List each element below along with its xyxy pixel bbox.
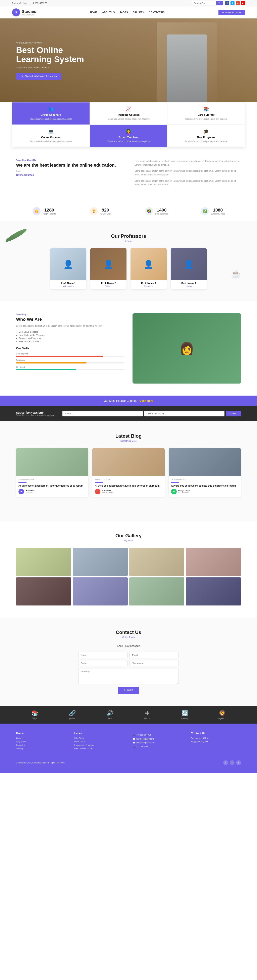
- youtube-icon[interactable]: ▶: [241, 1, 245, 5]
- contact-email-input[interactable]: [129, 652, 179, 658]
- contact-name-input[interactable]: [78, 652, 128, 658]
- courses-banner-text: Our Most Popular Courses: [104, 399, 137, 402]
- trending-courses-icon: 📈: [94, 107, 163, 112]
- hero-content: Your Education, Your Way! Best OnlineLea…: [0, 41, 100, 80]
- footer-link[interactable]: Other Links: [74, 741, 125, 743]
- who-title: Who We Are: [16, 317, 125, 322]
- hero-desc: Get Started with Online Education: [16, 66, 84, 69]
- author-avatar-3: P: [171, 489, 177, 495]
- logo: S Studies Your Study Way: [12, 8, 36, 16]
- about-courses-link[interactable]: Online Courses: [16, 173, 34, 177]
- contact-subject-input[interactable]: [78, 660, 128, 666]
- fhdfil-icon: 🔊: [91, 710, 129, 717]
- feature-group-seminars: 👥 Group Seminars Taquis acia vel orci ob…: [12, 102, 90, 125]
- logo-sub: Your Study Way: [22, 14, 36, 16]
- blog-title: Latest Blog: [16, 433, 241, 439]
- footer-link[interactable]: Why Study: [16, 741, 66, 743]
- footer-link[interactable]: About Us: [16, 737, 66, 740]
- feature-title: New Programs: [171, 136, 241, 139]
- gallery-item-4[interactable]: [186, 548, 241, 576]
- icon-tab-country[interactable]: 🔄 country: [166, 710, 204, 719]
- gallery-item-8[interactable]: [186, 578, 241, 606]
- contact-message-input[interactable]: [78, 668, 179, 684]
- nav-pages[interactable]: PAGES: [120, 11, 128, 14]
- author-avatar-2: A: [95, 489, 101, 495]
- gallery-item-2[interactable]: [73, 548, 128, 576]
- skill-bar: [16, 356, 125, 357]
- nav-gallery[interactable]: GALLERY: [133, 11, 144, 14]
- newsletter-name-input[interactable]: [62, 411, 143, 417]
- footer-copyright: Copyright © 2021 Company name All Rights…: [16, 762, 65, 764]
- hero-tagline: Your Education, Your Way!: [16, 41, 84, 44]
- skill-bar: [16, 369, 125, 370]
- footer-phone: 📞 +123 (12) 21254: [132, 734, 183, 736]
- newsletter-submit-button[interactable]: SUBMIT: [226, 411, 241, 417]
- footer-home-title: Home: [16, 732, 66, 735]
- courses-banner-link[interactable]: Click Here: [139, 399, 153, 402]
- nav-contact[interactable]: CONTACT US: [149, 11, 164, 14]
- feature-desc: Taquis acia vel orci oblique eaque rum s…: [94, 140, 163, 143]
- footer-link[interactable]: Contact Us: [16, 744, 66, 746]
- footer-link[interactable]: Why Study: [74, 737, 125, 740]
- professor-role-1: Mathematics: [50, 285, 86, 289]
- nav-about[interactable]: ABOUT US: [102, 11, 115, 14]
- author-name-1: Helen Star: [26, 490, 37, 492]
- blog-content-2: 25 November 2018 At vero eos et accusam …: [93, 476, 164, 497]
- footer-link[interactable]: Free Online Courses: [74, 748, 125, 749]
- contact-submit-button[interactable]: SUBMIT: [118, 687, 139, 694]
- skill-label: Core-to-point: [16, 353, 125, 355]
- who-text: Lorem consectetur adipisit amet sit Lore…: [16, 324, 125, 328]
- googleplus-icon[interactable]: g: [236, 1, 240, 5]
- gallery-title: Our Gallery: [16, 533, 241, 539]
- contact-number-input[interactable]: [129, 660, 179, 666]
- gallery-item-1[interactable]: [16, 548, 71, 576]
- skills-title: Our Skills: [16, 347, 125, 350]
- gallery-item-3[interactable]: [129, 548, 184, 576]
- icon-tab-goluts[interactable]: 🔗 go.luts: [54, 710, 91, 719]
- control-icon: ✚: [129, 710, 166, 717]
- twitter-icon[interactable]: t: [230, 1, 235, 5]
- new-programs-icon: 🎓: [171, 129, 241, 134]
- teachers-icon: 👩‍🏫: [145, 207, 153, 215]
- feature-online-courses: 💻 Online Courses Taquis acia vel orci ob…: [12, 125, 90, 147]
- footer-facebook-icon[interactable]: f: [223, 760, 228, 765]
- professors-section: Our Professors & Know 👤 Prof. Name 1 Mat…: [0, 221, 257, 301]
- newsletter-email-input[interactable]: [144, 411, 225, 417]
- footer-contact-title: Contact Us: [191, 732, 241, 735]
- icon-tab-500px[interactable]: 📚 500px: [16, 710, 54, 719]
- stat-kids: ✅ 1080 Successful Kids: [185, 207, 241, 215]
- logo-icon: S: [12, 8, 20, 16]
- stat-happy-parents: 😊 1280 Happy Parents: [16, 207, 72, 215]
- newsletter-desc: Subscribe to our latest News to be updat…: [16, 414, 54, 417]
- nav-cta-button[interactable]: DOWNLOAD NOW: [219, 10, 245, 15]
- gallery-item-7[interactable]: [129, 578, 184, 606]
- footer-linkedin-icon[interactable]: in: [236, 760, 241, 765]
- nav-home[interactable]: HOME: [90, 11, 97, 14]
- icon-tab-fhdfil[interactable]: 🔊 fhdfil: [91, 710, 129, 719]
- stat-num: 1080: [211, 207, 225, 213]
- footer-twitter-icon[interactable]: t: [230, 760, 235, 765]
- blog-card-2: 25 November 2018 At vero eos et accusam …: [93, 448, 164, 497]
- professor-role-2: Science: [90, 285, 126, 289]
- online-courses-icon: 💻: [16, 129, 86, 134]
- author-info-2: Aziza Mull Star Business: [102, 490, 113, 493]
- professor-card-1: 👤 Prof. Name 1 Mathematics: [50, 248, 86, 289]
- icon-tab-control[interactable]: ✚ control: [129, 710, 166, 719]
- search-input[interactable]: [192, 1, 216, 5]
- icon-tab-argenti[interactable]: 🦁 argenti...: [203, 710, 241, 719]
- search-btn[interactable]: 🔍: [216, 1, 223, 5]
- footer-link[interactable]: info@company.com: [191, 741, 241, 743]
- hero-section: Your Education, Your Way! Best OnlineLea…: [0, 18, 257, 103]
- footer-link[interactable]: Engineering Programs: [74, 744, 125, 746]
- hero-cta-button[interactable]: Get Started with Online Education: [16, 73, 61, 80]
- gallery-item-6[interactable]: [73, 578, 128, 606]
- search-box[interactable]: 🔍: [192, 1, 223, 5]
- footer-link[interactable]: Sitemap: [16, 748, 66, 749]
- facebook-icon[interactable]: f: [225, 1, 229, 5]
- contact-form: SUBMIT: [78, 652, 179, 694]
- newsletter-form[interactable]: SUBMIT: [62, 411, 241, 417]
- gallery-item-5[interactable]: [16, 578, 71, 606]
- blog-card-1: 25 November 2018 At vero eos et accusam …: [16, 448, 88, 497]
- who-image: 👩: [132, 313, 241, 383]
- author-name-2: Aziza Mull: [102, 490, 113, 492]
